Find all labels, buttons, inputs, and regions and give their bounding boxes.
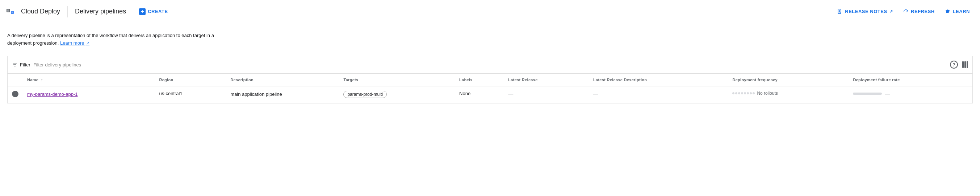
create-plus-icon: +: [139, 8, 146, 15]
col-header-description: Description: [226, 74, 339, 87]
pipelines-table-wrapper: Name ↑ Region Description Targets Labels…: [7, 73, 973, 103]
refresh-button[interactable]: REFRESH: [899, 6, 939, 18]
latest-release-desc-value: —: [593, 91, 598, 96]
learn-label: LEARN: [953, 9, 970, 14]
content-area: A delivery pipeline is a representation …: [0, 23, 980, 103]
row-deployment-frequency-cell: No rollouts: [728, 86, 848, 103]
filter-label: Filter: [20, 62, 30, 67]
learn-button[interactable]: LEARN: [940, 6, 974, 18]
filter-bar-actions: ?: [950, 61, 968, 69]
filter-button[interactable]: Filter: [12, 62, 33, 67]
no-rollouts-text: No rollouts: [757, 91, 778, 96]
target-badge: params-prod-multi: [343, 91, 387, 98]
col-header-targets: Targets: [339, 74, 455, 87]
row-region-cell: us-central1: [154, 86, 226, 103]
create-label: CREATE: [148, 9, 168, 14]
external-link-icon: ↗: [889, 9, 893, 14]
progress-dot-7: [750, 92, 752, 94]
col-header-deployment-frequency: Deployment frequency: [728, 74, 848, 87]
row-targets-cell: params-prod-multi: [339, 86, 455, 103]
row-checkbox[interactable]: [12, 91, 19, 97]
description-body: A delivery pipeline is a representation …: [7, 33, 214, 46]
col-header-region: Region: [154, 74, 226, 87]
release-notes-button[interactable]: RELEASE NOTES ↗: [833, 6, 897, 18]
row-name-cell: my-params-demo-app-1: [23, 86, 154, 103]
failure-bar: [853, 93, 882, 95]
toolbar-actions: RELEASE NOTES ↗ REFRESH LEARN: [833, 6, 974, 18]
learn-more-link[interactable]: Learn more ↗: [60, 40, 89, 46]
columns-toggle-icon[interactable]: [962, 61, 968, 68]
cloud-deploy-logo: [6, 6, 18, 18]
table-row: my-params-demo-app-1 us-central1 main ap…: [8, 86, 972, 103]
row-deployment-failure-rate-cell: —: [848, 86, 972, 103]
failure-bar-container: —: [853, 91, 968, 96]
help-icon[interactable]: ?: [950, 61, 958, 69]
app-name: Cloud Deploy: [21, 8, 60, 15]
progress-dot-5: [744, 92, 746, 94]
progress-dot-2: [735, 92, 737, 94]
toolbar: Cloud Deploy Delivery pipelines + CREATE…: [0, 0, 980, 23]
learn-more-external-icon: ↗: [86, 41, 89, 45]
col-header-latest-release-desc: Latest Release Description: [589, 74, 728, 87]
latest-release-value: —: [508, 91, 513, 96]
progress-dot-4: [741, 92, 743, 94]
release-notes-label: RELEASE NOTES: [845, 9, 887, 14]
sort-icon: ↑: [41, 77, 43, 82]
svg-rect-1: [7, 10, 10, 11]
progress-dot-3: [738, 92, 740, 94]
page-title: Delivery pipelines: [75, 8, 126, 15]
filter-bar: Filter ?: [7, 56, 973, 73]
filter-icon: [12, 62, 18, 67]
failure-rate-value: —: [885, 91, 890, 96]
row-latest-release-cell: —: [504, 86, 589, 103]
table-header-row: Name ↑ Region Description Targets Labels…: [8, 74, 972, 87]
col-header-labels: Labels: [455, 74, 504, 87]
pipelines-table: Name ↑ Region Description Targets Labels…: [8, 74, 972, 103]
create-button[interactable]: + CREATE: [135, 5, 172, 18]
col-header-checkbox: [8, 74, 23, 87]
col-header-name[interactable]: Name ↑: [23, 74, 154, 87]
frequency-progress-dots: [732, 92, 755, 94]
col-header-latest-release: Latest Release: [504, 74, 589, 87]
pipeline-link[interactable]: my-params-demo-app-1: [27, 91, 150, 98]
filter-input[interactable]: [33, 62, 950, 67]
learn-more-label: Learn more: [60, 40, 84, 46]
progress-dot-1: [732, 92, 735, 94]
description-text: A delivery pipeline is a representation …: [7, 32, 224, 47]
release-notes-icon: [837, 9, 843, 14]
row-labels-cell: None: [455, 86, 504, 103]
progress-dot-8: [752, 92, 755, 94]
app-logo-group: Cloud Deploy: [6, 6, 68, 18]
no-rollouts-container: No rollouts: [732, 91, 844, 96]
refresh-label: REFRESH: [911, 9, 935, 14]
progress-dot-6: [747, 92, 749, 94]
row-description-cell: main application pipeline: [226, 86, 339, 103]
learn-icon: [945, 9, 951, 14]
col-header-deployment-failure-rate: Deployment failure rate: [848, 74, 972, 87]
row-latest-release-desc-cell: —: [589, 86, 728, 103]
row-checkbox-cell[interactable]: [8, 86, 23, 103]
refresh-icon: [903, 9, 908, 14]
svg-rect-3: [11, 11, 13, 13]
